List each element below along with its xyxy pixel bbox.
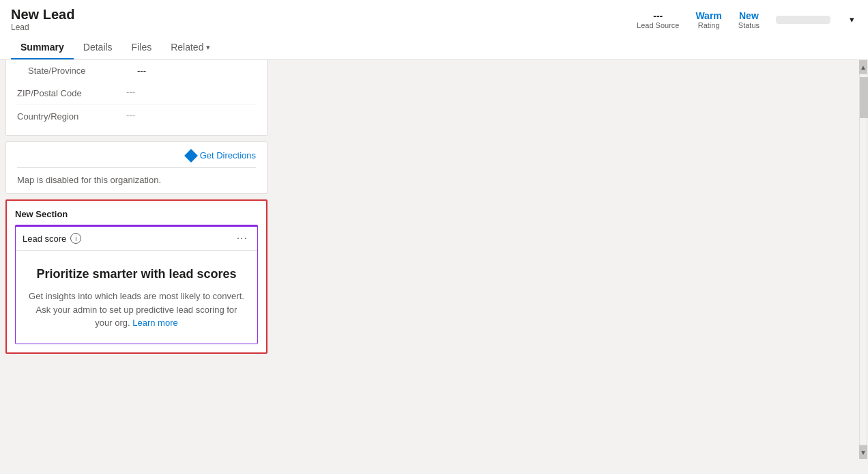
tab-related[interactable]: Related ▾ [161, 36, 220, 59]
lead-score-content: Prioritize smarter with lead scores Get … [16, 251, 257, 344]
tab-files[interactable]: Files [122, 36, 162, 59]
right-panel: ▲ ▼ [273, 60, 868, 459]
lead-source-value: --- [653, 10, 663, 21]
chevron-down-button[interactable]: ▾ [847, 12, 857, 27]
page-header: New Lead Lead --- Lead Source Warm Ratin… [0, 0, 868, 60]
scroll-thumb[interactable] [860, 77, 868, 118]
tab-details[interactable]: Details [74, 36, 122, 59]
related-dropdown-icon: ▾ [206, 43, 210, 52]
zip-label: ZIP/Postal Code [17, 87, 126, 98]
learn-more-link[interactable]: Learn more [132, 318, 177, 328]
lead-score-heading: Prioritize smarter with lead scores [27, 267, 246, 281]
action-button[interactable] [776, 16, 830, 24]
new-section-wrapper: New Section Lead score i ··· Prioritize … [5, 199, 267, 354]
more-options-button[interactable]: ··· [234, 232, 250, 245]
address-card: State/Province --- ZIP/Postal Code --- C… [5, 60, 267, 136]
lead-score-label: Lead score [23, 234, 66, 244]
zip-row: ZIP/Postal Code --- [17, 81, 256, 104]
warm-rating-meta[interactable]: Warm Rating [695, 10, 721, 29]
lead-score-card: Lead score i ··· Prioritize smarter with… [15, 225, 258, 344]
country-value: --- [126, 110, 135, 120]
nav-tabs: Summary Details Files Related ▾ [11, 36, 857, 59]
state-row-partial: State/Province --- [17, 60, 256, 81]
lead-source-label: Lead Source [637, 21, 679, 29]
header-meta: --- Lead Source Warm Rating New Status ▾ [637, 10, 857, 29]
new-section-title: New Section [15, 209, 258, 219]
country-row: Country/Region --- [17, 104, 256, 127]
rating-label: Rating [698, 21, 720, 29]
page-subtitle: Lead [11, 23, 74, 32]
zip-value: --- [126, 87, 135, 97]
header-title-section: New Lead Lead [11, 7, 74, 32]
main-content: State/Province --- ZIP/Postal Code --- C… [0, 60, 868, 459]
page-title: New Lead [11, 7, 74, 23]
map-disabled-text: Map is disabled for this organization. [17, 175, 256, 185]
lead-source-meta[interactable]: --- Lead Source [637, 10, 679, 29]
map-divider [17, 167, 256, 168]
state-value: --- [137, 66, 146, 76]
scroll-up-arrow[interactable]: ▲ [859, 60, 867, 74]
tab-summary[interactable]: Summary [11, 36, 74, 59]
status-label: Status [738, 21, 760, 29]
info-icon[interactable]: i [70, 233, 81, 244]
header-top: New Lead Lead --- Lead Source Warm Ratin… [11, 7, 857, 36]
country-label: Country/Region [17, 110, 126, 122]
lead-score-description: Get insights into which leads are most l… [27, 290, 246, 330]
status-value: New [739, 10, 759, 21]
map-card: Get Directions Map is disabled for this … [5, 141, 267, 194]
scroll-down-arrow[interactable]: ▼ [859, 445, 867, 459]
chevron-down-icon: ▾ [850, 14, 854, 25]
directions-icon [184, 149, 198, 163]
scroll-track [859, 74, 867, 445]
rating-value: Warm [695, 10, 721, 21]
new-status-meta[interactable]: New Status [738, 10, 760, 29]
scrollbar: ▲ ▼ [858, 60, 868, 459]
get-directions-label: Get Directions [200, 150, 256, 161]
get-directions-button[interactable]: Get Directions [17, 150, 256, 161]
state-label: State/Province [28, 66, 137, 76]
left-panel: State/Province --- ZIP/Postal Code --- C… [0, 60, 273, 459]
lead-score-header: Lead score i ··· [16, 227, 257, 251]
lead-score-label-row: Lead score i [23, 233, 81, 244]
